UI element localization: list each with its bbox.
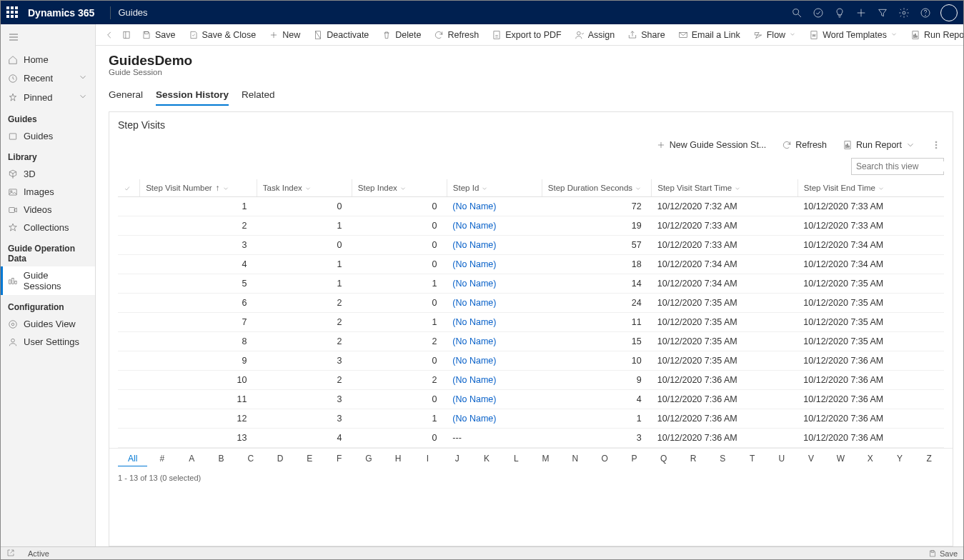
- alpha-all[interactable]: All: [118, 451, 147, 466]
- alpha-g[interactable]: G: [354, 451, 383, 466]
- alpha-b[interactable]: B: [207, 451, 236, 466]
- new-guide-session-button[interactable]: New Guide Session St...: [653, 138, 769, 152]
- cell-step-id[interactable]: (No Name): [447, 197, 542, 216]
- alpha-m[interactable]: M: [531, 451, 560, 466]
- table-row[interactable]: 1 0 0 (No Name) 72 10/12/2020 7:32 AM 10…: [118, 197, 944, 216]
- new-button[interactable]: New: [263, 27, 306, 43]
- table-row[interactable]: 3 0 0 (No Name) 57 10/12/2020 7:33 AM 10…: [118, 236, 944, 255]
- alpha-h[interactable]: H: [384, 451, 413, 466]
- save-close-button[interactable]: Save & Close: [183, 27, 262, 43]
- popout-icon[interactable]: [6, 549, 15, 559]
- assign-button[interactable]: Assign: [569, 27, 621, 43]
- alpha-a[interactable]: A: [177, 451, 207, 466]
- table-row[interactable]: 9 3 0 (No Name) 10 10/12/2020 7:35 AM 10…: [118, 351, 944, 371]
- sidebar-item-guides-view[interactable]: Guides View: [1, 315, 95, 333]
- col-step-id[interactable]: Step Id: [447, 179, 542, 197]
- help-icon[interactable]: [915, 1, 936, 24]
- cell-step-id[interactable]: (No Name): [447, 216, 542, 236]
- cell-step-id[interactable]: (No Name): [447, 371, 542, 390]
- col-step-start[interactable]: Step Visit Start Time: [652, 179, 798, 197]
- alpha-n[interactable]: N: [560, 451, 590, 466]
- task-icon[interactable]: [808, 1, 829, 24]
- sidebar-item-videos[interactable]: Videos: [1, 201, 95, 219]
- table-row[interactable]: 10 2 2 (No Name) 9 10/12/2020 7:36 AM 10…: [118, 371, 944, 390]
- alpha-r[interactable]: R: [678, 451, 707, 466]
- deactivate-button[interactable]: Deactivate: [307, 27, 374, 43]
- alpha-t[interactable]: T: [737, 451, 767, 466]
- back-button[interactable]: [101, 27, 117, 43]
- table-row[interactable]: 6 2 0 (No Name) 24 10/12/2020 7:35 AM 10…: [118, 294, 944, 313]
- table-row[interactable]: 2 1 0 (No Name) 19 10/12/2020 7:33 AM 10…: [118, 216, 944, 236]
- col-step-visit-number[interactable]: Step Visit Number ↑: [140, 179, 257, 197]
- more-icon[interactable]: [928, 138, 944, 152]
- table-row[interactable]: 11 3 0 (No Name) 4 10/12/2020 7:36 AM 10…: [118, 390, 944, 409]
- col-task-index[interactable]: Task Index: [257, 179, 352, 197]
- table-row[interactable]: 7 2 1 (No Name) 11 10/12/2020 7:35 AM 10…: [118, 313, 944, 332]
- filter-icon[interactable]: [872, 1, 893, 24]
- sidebar-item-pinned[interactable]: Pinned: [1, 88, 95, 107]
- share-button[interactable]: Share: [622, 27, 670, 43]
- cell-step-id[interactable]: (No Name): [447, 332, 542, 351]
- alpha-q[interactable]: Q: [649, 451, 678, 466]
- sidebar-item-collections[interactable]: Collections: [1, 219, 95, 236]
- export-pdf-button[interactable]: Export to PDF: [486, 27, 567, 43]
- alpha-x[interactable]: X: [855, 451, 885, 466]
- alpha-y[interactable]: Y: [885, 451, 914, 466]
- sidebar-item-user-settings[interactable]: User Settings: [1, 333, 95, 351]
- word-templates-button[interactable]: Word Templates: [803, 27, 903, 43]
- alpha-#[interactable]: #: [147, 451, 177, 466]
- gear-icon[interactable]: [893, 1, 915, 24]
- avatar[interactable]: [940, 4, 958, 21]
- tab-related[interactable]: Related: [242, 86, 275, 106]
- alpha-i[interactable]: I: [413, 451, 442, 466]
- alpha-v[interactable]: V: [796, 451, 825, 466]
- alpha-o[interactable]: O: [590, 451, 620, 466]
- alpha-e[interactable]: E: [295, 451, 324, 466]
- cell-step-id[interactable]: (No Name): [447, 294, 542, 313]
- table-row[interactable]: 12 3 1 (No Name) 1 10/12/2020 7:36 AM 10…: [118, 409, 944, 429]
- lightbulb-icon[interactable]: [829, 1, 850, 24]
- sidebar-item-guides[interactable]: Guides: [1, 127, 95, 145]
- alpha-p[interactable]: P: [620, 451, 649, 466]
- table-row[interactable]: 13 4 0 --- 3 10/12/2020 7:36 AM 10/12/20…: [118, 429, 944, 448]
- search-icon[interactable]: [786, 1, 808, 24]
- table-row[interactable]: 5 1 1 (No Name) 14 10/12/2020 7:34 AM 10…: [118, 274, 944, 294]
- sidebar-item-3d[interactable]: 3D: [1, 165, 95, 183]
- module-label[interactable]: Guides: [118, 7, 147, 18]
- cell-step-id[interactable]: (No Name): [447, 409, 542, 429]
- cell-step-id[interactable]: (No Name): [447, 236, 542, 255]
- col-step-index[interactable]: Step Index: [352, 179, 447, 197]
- col-step-duration[interactable]: Step Duration Seconds: [542, 179, 651, 197]
- alpha-d[interactable]: D: [265, 451, 294, 466]
- alpha-w[interactable]: W: [826, 451, 855, 466]
- app-launcher-icon[interactable]: [6, 6, 19, 19]
- col-check[interactable]: [118, 179, 140, 197]
- flow-button[interactable]: Flow: [747, 27, 802, 43]
- alpha-j[interactable]: J: [442, 451, 472, 466]
- card-refresh-button[interactable]: Refresh: [779, 138, 830, 152]
- alpha-u[interactable]: U: [767, 451, 796, 466]
- open-pane-button[interactable]: [119, 27, 134, 43]
- sidebar-item-home[interactable]: Home: [1, 51, 95, 69]
- hamburger-icon[interactable]: [1, 29, 95, 51]
- refresh-button[interactable]: Refresh: [428, 27, 485, 43]
- alpha-z[interactable]: Z: [915, 451, 944, 466]
- sidebar-item-images[interactable]: Images: [1, 183, 95, 201]
- tab-general[interactable]: General: [109, 86, 143, 106]
- save-button[interactable]: Save: [136, 27, 182, 43]
- col-step-end[interactable]: Step Visit End Time: [797, 179, 944, 197]
- status-save-button[interactable]: Save: [928, 549, 958, 558]
- plus-icon[interactable]: [850, 1, 872, 24]
- tab-session-history[interactable]: Session History: [156, 86, 229, 106]
- sidebar-item-guide-sessions[interactable]: Guide Sessions: [1, 266, 95, 295]
- cell-step-id[interactable]: (No Name): [447, 313, 542, 332]
- table-row[interactable]: 4 1 0 (No Name) 18 10/12/2020 7:34 AM 10…: [118, 255, 944, 274]
- cell-step-id[interactable]: (No Name): [447, 255, 542, 274]
- alpha-k[interactable]: K: [472, 451, 501, 466]
- alpha-s[interactable]: S: [708, 451, 737, 466]
- cell-step-id[interactable]: (No Name): [447, 390, 542, 409]
- sidebar-item-recent[interactable]: Recent: [1, 69, 95, 88]
- email-link-button[interactable]: Email a Link: [672, 27, 746, 43]
- search-input[interactable]: [851, 158, 944, 175]
- cell-step-id[interactable]: (No Name): [447, 274, 542, 294]
